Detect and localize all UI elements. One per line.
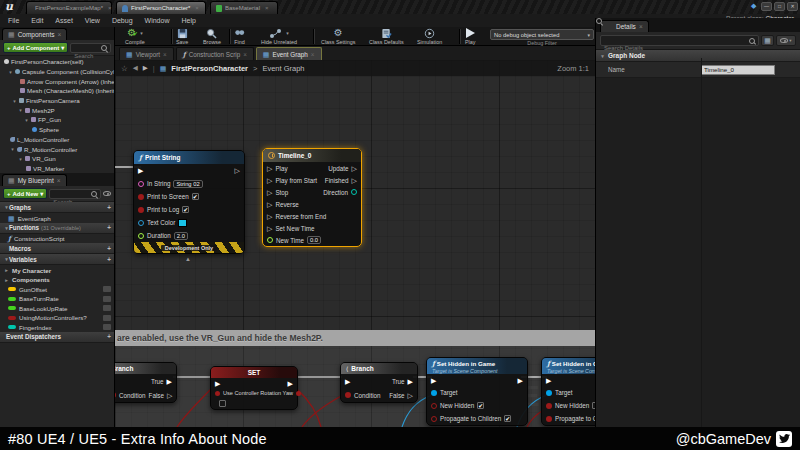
bool-pin[interactable]: [215, 391, 220, 396]
expand-pins-icon[interactable]: ▲: [185, 256, 191, 262]
section-event-dispatchers[interactable]: Event Dispatchers+: [0, 332, 114, 343]
add-component-button[interactable]: + Add Component ▾: [3, 42, 68, 53]
bool-pin[interactable]: [138, 194, 144, 200]
tree-item[interactable]: Arrow Component (Arrow) (Inherited): [0, 76, 114, 86]
node-header[interactable]: ƒPrint String: [134, 151, 244, 164]
add-macro-button[interactable]: +: [107, 245, 111, 252]
node-header[interactable]: ƒ Set Hidden in Game Target is Scene Com…: [542, 358, 595, 374]
close-icon[interactable]: ×: [163, 51, 167, 58]
enum-pin[interactable]: [351, 189, 357, 195]
asset-tab-material[interactable]: BaseMaterial ×: [210, 1, 278, 14]
node-header[interactable]: Timeline_0: [263, 149, 361, 162]
menu-view[interactable]: View: [85, 17, 100, 24]
add-function-button[interactable]: +: [107, 224, 111, 231]
exec-out-pin[interactable]: ▷: [352, 177, 357, 184]
exec-in-pin[interactable]: ▶: [138, 167, 143, 174]
name-field[interactable]: [701, 65, 775, 75]
node-set-controller-rotation[interactable]: SET ▶▶ Use Controller Rotation Yaw: [210, 366, 298, 410]
exec-in-pin[interactable]: ▷: [267, 165, 272, 172]
chevron-down-icon[interactable]: ▾: [18, 107, 23, 113]
tree-item[interactable]: ▾FP_Gun: [0, 115, 114, 125]
tree-item[interactable]: ▾FirstPersonCamera: [0, 96, 114, 106]
menu-help[interactable]: Help: [181, 17, 195, 24]
bool-pin[interactable]: [115, 392, 116, 398]
exec-in-pin[interactable]: ▷: [267, 177, 272, 184]
close-icon[interactable]: ×: [311, 51, 315, 58]
hide-unrelated-button[interactable]: ▾ Hide Unrelated: [261, 27, 297, 45]
checkbox-checked[interactable]: ✔: [182, 206, 189, 213]
float-pin[interactable]: [267, 237, 273, 243]
exec-in-pin[interactable]: ▶: [215, 380, 220, 387]
tab-details[interactable]: Details ×: [600, 20, 649, 32]
variable-item[interactable]: UsingMotionControllers?: [0, 313, 114, 323]
bool-pin[interactable]: [138, 207, 144, 213]
bool-pin[interactable]: [546, 416, 552, 422]
my-blueprint-search[interactable]: [49, 189, 101, 199]
chevron-down-icon[interactable]: ▾: [24, 117, 29, 123]
eye-filter-icon[interactable]: [103, 191, 111, 196]
exec-in-pin[interactable]: ▷: [267, 225, 272, 232]
components-search-input[interactable]: [71, 52, 110, 60]
section-macros[interactable]: Macros+: [0, 243, 114, 254]
gem-icon[interactable]: ◆: [751, 2, 756, 10]
add-variable-button[interactable]: +: [107, 256, 111, 263]
minimize-button[interactable]: —: [761, 2, 772, 11]
color-swatch[interactable]: [178, 219, 187, 227]
forward-icon[interactable]: ▶: [143, 64, 148, 72]
back-icon[interactable]: ◀: [133, 64, 138, 72]
bool-pin[interactable]: [296, 391, 301, 396]
compile-button[interactable]: ⚙✔▾ Compile: [125, 27, 145, 45]
tree-item[interactable]: ▾Capsule Component (CollisionCylinder) (…: [0, 67, 114, 77]
exec-in-pin[interactable]: ▶: [345, 378, 350, 385]
breadcrumb[interactable]: FirstPersonCharacter: [171, 64, 248, 73]
visibility-toggle[interactable]: [103, 324, 111, 330]
checkbox[interactable]: [592, 402, 595, 409]
color-pin[interactable]: [138, 220, 144, 226]
bool-pin[interactable]: [546, 403, 552, 409]
node-timeline[interactable]: Timeline_0 ▷PlayUpdate▷ ▷Play from Start…: [262, 148, 362, 247]
chevron-down-icon[interactable]: ▾: [8, 69, 13, 75]
checkbox[interactable]: ✔: [504, 415, 511, 422]
exec-out-pin[interactable]: ▷: [408, 392, 413, 399]
close-icon[interactable]: ×: [265, 5, 269, 11]
menu-edit[interactable]: Edit: [31, 17, 43, 24]
visibility-toggle[interactable]: [103, 296, 111, 302]
tab-my-blueprint[interactable]: ▦ My Blueprint ×: [2, 174, 67, 186]
add-graph-button[interactable]: +: [107, 204, 111, 211]
checkbox[interactable]: ✔: [477, 402, 484, 409]
exec-in-pin[interactable]: ▶: [546, 377, 551, 384]
string-value-input[interactable]: String 02: [173, 180, 202, 188]
list-item-constructionscript[interactable]: ƒConstructionScript: [0, 234, 114, 244]
bool-pin[interactable]: [345, 392, 351, 398]
close-icon[interactable]: ×: [57, 177, 61, 184]
debug-object-dropdown[interactable]: No debug object selected ▾: [490, 29, 594, 40]
exec-out-pin[interactable]: ▶: [288, 380, 293, 387]
visibility-toggle[interactable]: [103, 286, 111, 292]
exec-out-pin[interactable]: ▶: [167, 378, 172, 385]
exec-in-pin[interactable]: ▷: [267, 189, 272, 196]
tree-item[interactable]: ▾VR_Gun: [0, 154, 114, 164]
tree-item[interactable]: ▾R_MotionController: [0, 144, 114, 154]
exec-out-pin[interactable]: ▶: [408, 378, 413, 385]
tree-item[interactable]: ▾Mesh2P: [0, 105, 114, 115]
float-pin[interactable]: [138, 233, 144, 239]
event-graph-canvas[interactable]: ☆ ◀ ▶ | ▦ FirstPersonCharacter > Event G…: [115, 60, 595, 427]
menu-file[interactable]: File: [8, 17, 19, 24]
tree-item[interactable]: VR_Marker: [0, 164, 114, 174]
node-set-hidden-2[interactable]: ƒ Set Hidden in Game Target is Scene Com…: [541, 357, 595, 426]
bool-pin[interactable]: [431, 416, 437, 422]
variable-item[interactable]: BaseLookUpRate: [0, 303, 114, 313]
close-icon[interactable]: ×: [639, 23, 643, 30]
variable-item[interactable]: BaseTurnRate: [0, 294, 114, 304]
node-header[interactable]: SET: [211, 367, 297, 378]
menu-debug[interactable]: Debug: [112, 17, 133, 24]
checkbox-unchecked[interactable]: [219, 400, 226, 407]
node-branch-left[interactable]: Branch True▶ ConditionFalse▷: [115, 362, 177, 403]
section-graphs[interactable]: ▾Graphs+: [0, 202, 114, 213]
exec-in-pin[interactable]: ▷: [267, 213, 272, 220]
float-value-input[interactable]: 2.0: [174, 232, 188, 240]
checkbox-checked[interactable]: ✔: [192, 193, 199, 200]
float-value-input[interactable]: 0.0: [307, 236, 321, 244]
node-header[interactable]: ⟨Branch: [341, 363, 417, 374]
close-icon[interactable]: ×: [243, 51, 247, 58]
